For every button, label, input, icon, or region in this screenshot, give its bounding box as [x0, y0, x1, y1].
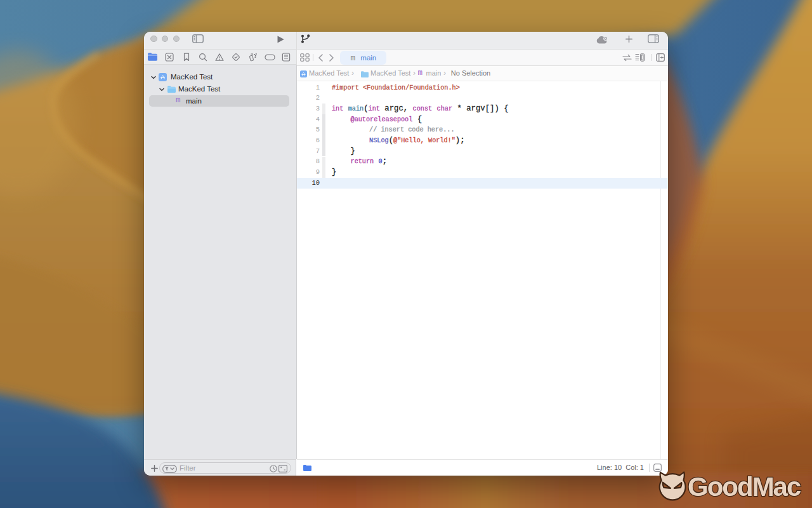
svg-text:GoodMac: GoodMac — [688, 472, 801, 502]
